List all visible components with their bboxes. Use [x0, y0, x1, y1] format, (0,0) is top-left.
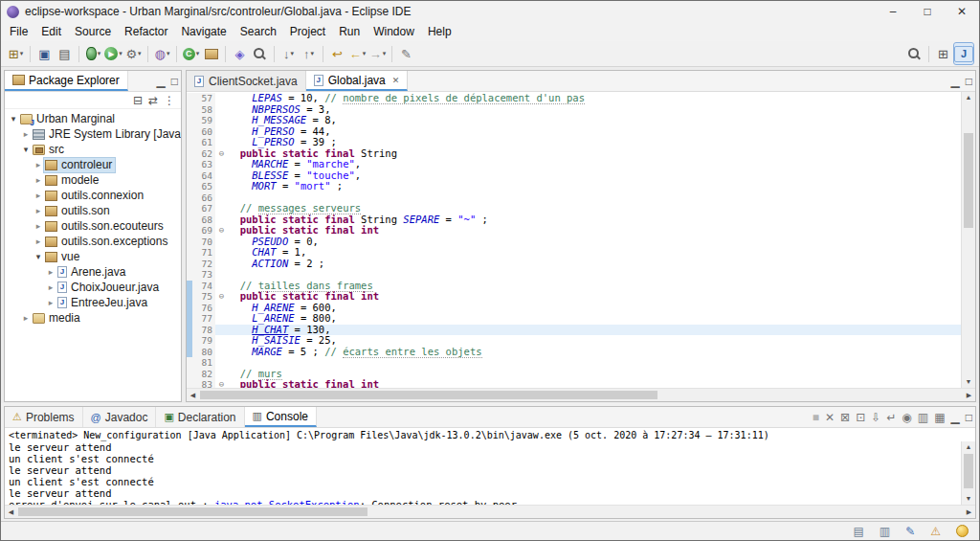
code-text[interactable]: public static final int	[228, 291, 961, 303]
scroll-lock-icon[interactable]: ⇩	[871, 411, 880, 424]
minimize-button[interactable]: –	[876, 1, 910, 22]
tree-item-entreejeu-java[interactable]: ▸JEntreeJeu.java	[5, 295, 181, 310]
code-line-72[interactable]: 72 ACTION = 2 ;	[187, 259, 961, 270]
save-icon[interactable]: ▣	[35, 43, 54, 64]
menu-refactor[interactable]: Refactor	[118, 23, 174, 40]
tree-item-urban-marginal[interactable]: ▾JUrban Marginal	[5, 111, 181, 126]
tree-item-src[interactable]: ▾src	[5, 142, 181, 157]
print-icon[interactable]: ▤	[56, 43, 74, 64]
edit-mode-icon[interactable]: ✎	[905, 525, 915, 538]
tree-item-choixjoueur-java[interactable]: ▸JChoixJoueur.java	[5, 280, 181, 295]
editor-vertical-scrollbar[interactable]: ▲▼	[961, 92, 975, 388]
new-wizard-icon[interactable]: ⊞▾	[7, 43, 25, 64]
menu-edit[interactable]: Edit	[34, 23, 68, 40]
scroll-left-icon[interactable]: ◀	[187, 389, 199, 401]
maximize-icon[interactable]: □	[966, 75, 972, 88]
coverage-icon[interactable]: ◍▾	[153, 43, 171, 64]
expand-arrow-icon[interactable]: ▸	[20, 129, 32, 139]
tree-item-modele[interactable]: ▸modele	[5, 172, 181, 188]
progress-icon[interactable]: ▥	[880, 525, 890, 538]
scrollbar-thumb[interactable]	[18, 507, 368, 516]
expand-arrow-icon[interactable]: ▸	[45, 267, 56, 277]
terminate-icon[interactable]: ■	[813, 411, 819, 424]
code-text[interactable]: public static final int	[228, 225, 961, 237]
code-text[interactable]	[228, 357, 961, 369]
tree-item-vue[interactable]: ▾vue	[5, 249, 181, 264]
clear-console-icon[interactable]: ⊡	[856, 411, 865, 424]
menu-run[interactable]: Run	[332, 23, 367, 40]
console-tab-console[interactable]: ▥Console	[245, 407, 317, 427]
forward-icon[interactable]: →▾	[368, 43, 387, 64]
code-text[interactable]: MORT = "mort" ;	[228, 181, 961, 192]
console-horizontal-scrollbar[interactable]: ◀▶	[5, 505, 975, 518]
expand-arrow-icon[interactable]: ▾	[8, 114, 19, 124]
show-view-icon[interactable]: ▤	[853, 525, 863, 538]
new-class-icon[interactable]: C▾	[182, 43, 200, 64]
open-perspective-icon[interactable]: ⊞	[934, 43, 952, 64]
menu-navigate[interactable]: Navigate	[174, 23, 233, 40]
console-tab-problems[interactable]: ⚠Problems	[5, 407, 83, 427]
menu-window[interactable]: Window	[367, 23, 421, 40]
code-text[interactable]: H_MESSAGE = 8,	[228, 115, 961, 126]
maximize-button[interactable]: □	[910, 1, 945, 22]
minimize-icon[interactable]: ▁	[951, 411, 960, 424]
new-package-icon[interactable]	[202, 43, 220, 64]
code-text[interactable]: H_ARENE = 600,	[228, 303, 961, 314]
scrollbar-thumb[interactable]	[200, 391, 657, 399]
open-console-icon[interactable]: ▦	[934, 411, 945, 424]
remove-all-launches-icon[interactable]: ⊠	[840, 411, 850, 424]
menu-source[interactable]: Source	[68, 23, 118, 40]
code-text[interactable]: public static final int	[228, 379, 961, 388]
tree-item-outils-son[interactable]: ▸outils.son	[5, 203, 181, 218]
code-text[interactable]	[228, 269, 961, 281]
next-annotation-icon[interactable]: ↓▾	[279, 43, 298, 64]
code-text[interactable]: LEPAS = 10, // nombre de pixels de dépla…	[228, 93, 961, 104]
menu-file[interactable]: File	[3, 23, 34, 40]
scroll-right-icon[interactable]: ▶	[963, 389, 975, 401]
fold-icon[interactable]: ⊖	[215, 148, 228, 160]
scrollbar-thumb[interactable]	[964, 133, 973, 228]
fold-icon[interactable]: ⊖	[215, 379, 228, 388]
code-line-80[interactable]: 80 MARGE = 5 ; // écarts entre les objet…	[187, 347, 961, 358]
code-editor[interactable]: 57 LEPAS = 10, // nombre de pixels de dé…	[187, 92, 961, 388]
scroll-up-icon[interactable]: ▲	[962, 92, 975, 103]
console-tab-javadoc[interactable]: @Javadoc	[83, 407, 157, 427]
menu-project[interactable]: Project	[283, 23, 332, 40]
scroll-left-icon[interactable]: ◀	[5, 506, 17, 518]
minimize-icon[interactable]: ▁	[951, 75, 960, 88]
expand-arrow-icon[interactable]: ▸	[33, 191, 44, 200]
search-toolbar-icon[interactable]	[251, 43, 269, 64]
expand-arrow-icon[interactable]: ▸	[33, 160, 44, 169]
code-text[interactable]: PSEUDO = 0,	[228, 237, 961, 248]
maximize-icon[interactable]: □	[171, 75, 178, 88]
code-line-65[interactable]: 65 MORT = "mort" ;	[187, 181, 961, 192]
menu-help[interactable]: Help	[421, 23, 458, 40]
code-text[interactable]: H_PERSO = 44,	[228, 126, 961, 138]
back-icon[interactable]: ←▾	[348, 43, 367, 64]
close-button[interactable]: ✕	[945, 1, 979, 22]
code-line-73[interactable]: 73	[187, 269, 961, 281]
tree-item-jre-system-library-javase-13[interactable]: ▸JRE System Library [JavaSE-13]	[5, 126, 181, 142]
mark-occurrences-icon[interactable]: ✎	[397, 43, 415, 64]
java-perspective-icon[interactable]: J	[954, 43, 973, 64]
scroll-down-icon[interactable]: ▼	[962, 376, 975, 388]
expand-arrow-icon[interactable]: ▸	[33, 175, 44, 185]
console-vertical-scrollbar[interactable]: ▲▼	[961, 441, 975, 505]
tree-item-outils-son-exceptions[interactable]: ▸outils.son.exceptions	[5, 234, 181, 249]
tree-item-outils-connexion[interactable]: ▸outils.connexion	[5, 188, 181, 203]
close-tab-icon[interactable]: ✕	[392, 76, 400, 85]
debug-icon[interactable]: ▾	[84, 43, 102, 64]
maximize-icon[interactable]: □	[966, 411, 972, 424]
remove-launch-icon[interactable]: ✕	[825, 411, 835, 424]
collapse-all-icon[interactable]: ⊟	[133, 94, 143, 107]
tree-item-media[interactable]: ▸media	[5, 310, 181, 326]
external-tools-icon[interactable]: ⚙▾	[124, 43, 143, 64]
scrollbar-thumb[interactable]	[964, 454, 973, 488]
expand-arrow-icon[interactable]: ▸	[33, 206, 44, 215]
tree-item-arene-java[interactable]: ▸JArene.java	[5, 264, 181, 280]
code-line-81[interactable]: 81	[187, 357, 961, 369]
scroll-down-icon[interactable]: ▼	[962, 493, 975, 505]
display-selected-console-icon[interactable]: ▥	[918, 411, 928, 424]
scroll-up-icon[interactable]: ▲	[962, 441, 975, 453]
code-text[interactable]: CHAT = 1,	[228, 247, 961, 259]
